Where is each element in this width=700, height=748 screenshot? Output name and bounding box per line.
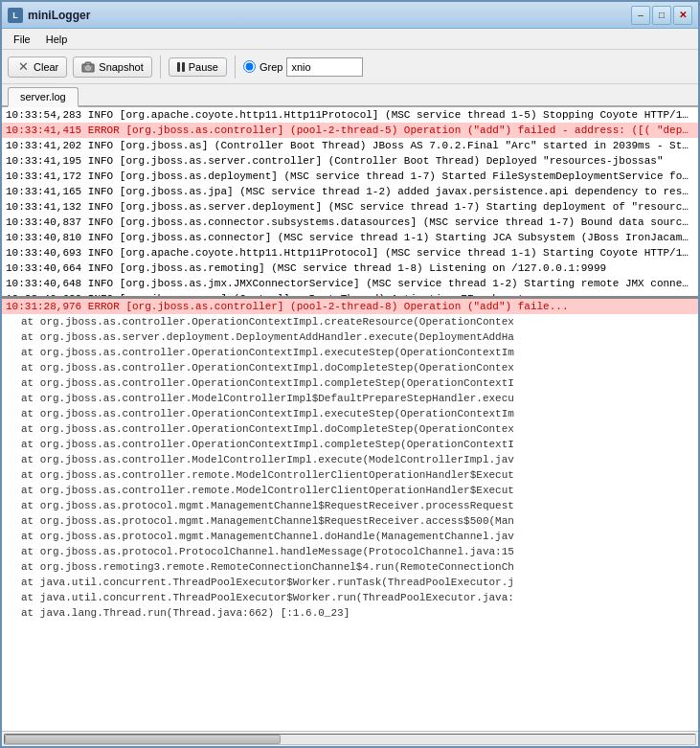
tab-bar: server.log [2,84,698,107]
stack-line: at org.jboss.as.controller.remote.ModelC… [2,483,698,498]
grep-label-container[interactable]: Grep [243,60,282,73]
log-line: 10:33:41,195 INFO [org.jboss.as.server.c… [2,153,698,169]
grep-label: Grep [260,61,282,73]
grep-container: Grep [243,57,363,77]
close-button[interactable]: ✕ [673,6,692,25]
stack-line: at org.jboss.as.controller.OperationCont… [2,360,698,375]
log-line: 10:33:40,632 INFO [org.jboss.as.ee] (Con… [2,291,698,299]
stack-line: at java.lang.Thread.run(Thread.java:662)… [2,605,698,621]
pause-button[interactable]: Pause [169,57,227,77]
stack-line: at org.jboss.as.controller.OperationCont… [2,437,698,452]
log-line: 10:33:40,693 INFO [org.apache.coyote.htt… [2,245,698,261]
clear-icon: ✕ [16,60,30,74]
clear-button[interactable]: ✕ Clear [8,57,67,78]
log-line: 10:33:41,202 INFO [org.jboss.as] (Contro… [2,138,698,153]
stack-line: at org.jboss.as.controller.OperationCont… [2,314,698,329]
log-line: 10:33:40,648 INFO [org.jboss.as.jmx.JMXC… [2,276,698,291]
svg-point-2 [86,65,91,70]
window-title: miniLogger [28,9,631,22]
toolbar-separator-1 [160,56,161,79]
minimize-button[interactable]: – [631,6,650,25]
stack-line: at org.jboss.as.protocol.mgmt.Management… [2,513,698,529]
horizontal-scrollbar[interactable] [2,731,698,746]
log-upper-panel[interactable]: 10:33:54,283 INFO [org.apache.coyote.htt… [2,107,698,299]
pause-label: Pause [189,61,218,73]
stack-line: at org.jboss.as.protocol.ProtocolChannel… [2,544,698,559]
log-container: 10:33:54,283 INFO [org.apache.coyote.htt… [2,107,698,746]
stack-line: at org.jboss.as.protocol.mgmt.Management… [2,498,698,513]
log-line: 10:33:40,810 INFO [org.jboss.as.connecto… [2,230,698,245]
svg-rect-1 [85,62,91,65]
window-controls: – □ ✕ [631,6,692,25]
stack-line: at org.jboss.as.controller.OperationCont… [2,406,698,421]
log-line-error: 10:33:41,415 ERROR [org.jboss.as.control… [2,123,698,138]
log-line: 10:33:41,132 INFO [org.jboss.as.server.d… [2,199,698,215]
pause-icon [177,62,185,72]
stack-line: at org.jboss.as.controller.remote.ModelC… [2,467,698,483]
toolbar: ✕ Clear Snapshot Pause [2,50,698,84]
snapshot-button[interactable]: Snapshot [73,57,151,78]
scrollbar-track[interactable] [4,734,696,745]
maximize-button[interactable]: □ [652,6,671,25]
stack-line: at java.util.concurrent.ThreadPoolExecut… [2,590,698,605]
stack-line: at org.jboss.as.controller.ModelControll… [2,452,698,467]
stack-line: at org.jboss.as.controller.OperationCont… [2,375,698,391]
menu-bar: File Help [2,29,698,50]
stack-line: at org.jboss.remoting3.remote.RemoteConn… [2,559,698,575]
snapshot-label: Snapshot [99,61,143,73]
stack-line: at org.jboss.as.controller.OperationCont… [2,421,698,437]
title-bar: L miniLogger – □ ✕ [2,2,698,29]
camera-icon [81,60,95,74]
menu-file[interactable]: File [6,32,38,47]
toolbar-separator-2 [235,56,236,79]
log-lower-panel[interactable]: 10:31:28,976 ERROR [org.jboss.as.control… [2,299,698,731]
log-error-header: 10:31:28,976 ERROR [org.jboss.as.control… [2,299,698,314]
stack-line: at org.jboss.as.protocol.mgmt.Management… [2,529,698,544]
grep-input[interactable] [286,57,363,77]
stack-line: at org.jboss.as.server.deployment.Deploy… [2,329,698,345]
log-line: 10:33:54,283 INFO [org.apache.coyote.htt… [2,107,698,123]
log-line: 10:33:40,664 INFO [org.jboss.as.remoting… [2,261,698,276]
stack-line: at java.util.concurrent.ThreadPoolExecut… [2,575,698,590]
stack-line: at org.jboss.as.controller.OperationCont… [2,345,698,360]
stack-line: at org.jboss.as.controller.ModelControll… [2,391,698,406]
log-line: 10:33:41,165 INFO [org.jboss.as.jpa] (MS… [2,184,698,199]
log-line: 10:33:40,837 INFO [org.jboss.as.connecto… [2,215,698,230]
clear-label: Clear [34,61,58,73]
tab-server-log[interactable]: server.log [8,87,79,107]
main-window: L miniLogger – □ ✕ File Help ✕ Clear [0,0,700,748]
grep-radio[interactable] [243,60,256,73]
log-line: 10:33:41,172 INFO [org.jboss.as.deployme… [2,169,698,184]
scrollbar-thumb[interactable] [5,735,281,744]
app-icon: L [8,8,23,23]
menu-help[interactable]: Help [38,32,76,47]
